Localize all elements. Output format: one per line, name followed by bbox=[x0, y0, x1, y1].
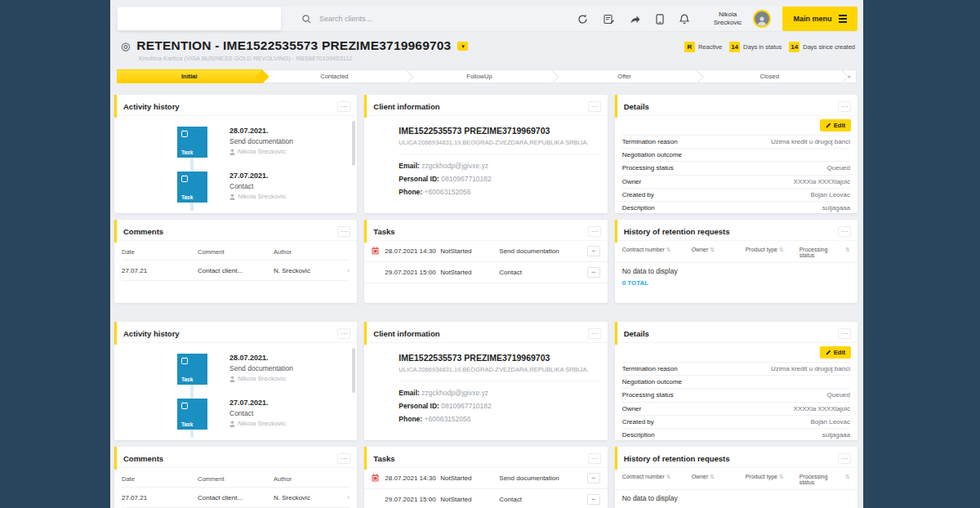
edit-button-label: Edit bbox=[834, 122, 845, 129]
bell-icon[interactable] bbox=[679, 14, 689, 25]
card-menu-button[interactable]: ⋯ bbox=[337, 328, 350, 339]
stepper-step-closed[interactable]: Closed bbox=[697, 69, 842, 83]
sort-icon: ⇅ bbox=[710, 247, 715, 258]
collapse-task-button[interactable]: − bbox=[587, 473, 600, 483]
details-row: Negotiation outcome bbox=[622, 375, 850, 388]
page-title: RETENTION - IME1522535573 PREZIME3719969… bbox=[136, 38, 451, 53]
activity-timeline: Task 28.07.2021. Send documentation Niko… bbox=[114, 343, 357, 438]
card-title: Tasks bbox=[373, 454, 394, 463]
share-icon[interactable] bbox=[630, 14, 640, 25]
comment-date: 27.07.21 bbox=[122, 267, 198, 274]
card-menu-button[interactable]: ⋯ bbox=[337, 226, 350, 237]
details-row: Created byBojan Leovac bbox=[622, 188, 850, 201]
search-input[interactable] bbox=[319, 15, 483, 23]
card-menu-button[interactable]: ⋯ bbox=[588, 226, 601, 237]
edit-button[interactable]: Edit bbox=[820, 346, 851, 359]
comment-row[interactable]: 27.07.21 Contact client... N. Sreckovic … bbox=[122, 488, 350, 508]
person-icon bbox=[229, 421, 235, 427]
details-value: suljagaaa bbox=[822, 204, 850, 212]
col-author: Author bbox=[274, 475, 350, 483]
col-product-type[interactable]: Product type⇅ bbox=[746, 474, 800, 485]
top-bar: Nikola Sreckovic Main menu bbox=[117, 7, 858, 31]
phone-label: Phone: bbox=[399, 188, 422, 196]
card-menu-button[interactable]: ⋯ bbox=[838, 101, 851, 112]
card-scrollbar[interactable] bbox=[352, 348, 355, 393]
comment-row[interactable]: 27.07.21 Contact client... N. Sreckovic … bbox=[122, 261, 350, 281]
task-name: Send documentation bbox=[499, 247, 586, 255]
task-tile-label: Task bbox=[181, 194, 207, 200]
client-address: ULICA 2066934831,19,BEOGRAD-ZVEZDARA,REP… bbox=[399, 366, 599, 381]
card-comments: Comments ⋯ Date Comment Author 27.07.21 … bbox=[114, 220, 357, 303]
stepper-step-initial[interactable]: Initial bbox=[117, 69, 262, 83]
history-header-row: Contract number⇅ Owner⇅ Product type⇅ Pr… bbox=[615, 241, 858, 263]
page-header: ◎ RETENTION - IME1522535573 PREZIME37199… bbox=[110, 31, 863, 64]
sort-icon: ⇅ bbox=[666, 474, 671, 485]
stepper-step-offer[interactable]: Offer bbox=[552, 69, 697, 83]
card-menu-button[interactable]: ⋯ bbox=[838, 453, 851, 464]
collapse-task-button[interactable]: − bbox=[587, 267, 600, 278]
refresh-icon[interactable] bbox=[577, 14, 588, 25]
dashboard-group: Activity history ⋯ Task 28.07.2021. Send bbox=[114, 95, 858, 310]
collapse-task-button[interactable]: − bbox=[587, 494, 600, 505]
card-menu-button[interactable]: ⋯ bbox=[838, 328, 851, 339]
collapse-task-button[interactable]: − bbox=[587, 246, 600, 256]
timeline-item[interactable]: Task 27.07.2021. Contact Nikola Sreckovi… bbox=[177, 399, 357, 430]
header-actions bbox=[577, 14, 689, 25]
edit-button[interactable]: Edit bbox=[820, 119, 851, 131]
details-row: Descriptionsuljagaaa bbox=[622, 201, 850, 214]
avatar[interactable] bbox=[753, 10, 771, 28]
activity-author: Nikola Sreckovic bbox=[238, 375, 286, 382]
card-scrollbar[interactable] bbox=[352, 121, 355, 166]
card-tasks: Tasks ⋯ 28.07.2021 14:30 NotStarted Send… bbox=[364, 447, 607, 508]
stepper-step-followup[interactable]: FollowUp bbox=[407, 69, 552, 83]
task-datetime: 29.07.2021 15:00 bbox=[385, 496, 440, 503]
card-title: Comments bbox=[123, 454, 163, 463]
details-value: suljagaaa bbox=[822, 431, 850, 439]
client-email-row: Email: zzgckhodp@jgivxe.yz bbox=[399, 389, 599, 397]
col-contract-number[interactable]: Contract number⇅ bbox=[622, 247, 692, 258]
card-menu-button[interactable]: ⋯ bbox=[588, 101, 601, 112]
activity-date: 27.07.2021. bbox=[229, 399, 286, 407]
card-menu-button[interactable]: ⋯ bbox=[588, 453, 601, 464]
client-email-row: Email: zzgckhodp@jgivxe.yz bbox=[399, 162, 599, 170]
card-activity-history: Activity history ⋯ Task 28.07.2021. Send bbox=[114, 322, 357, 440]
details-label: Description bbox=[622, 204, 655, 212]
stepper-step-contacted[interactable]: Contacted bbox=[262, 69, 408, 83]
task-row[interactable]: 28.07.2021 14:30 NotStarted Send documen… bbox=[364, 241, 607, 262]
task-tile: Task bbox=[177, 399, 207, 430]
timeline-item[interactable]: Task 28.07.2021. Send documentation Niko… bbox=[177, 127, 357, 158]
task-row[interactable]: 29.07.2021 15:00 NotStarted Contact − bbox=[364, 262, 607, 283]
col-contract-number[interactable]: Contract number⇅ bbox=[622, 474, 692, 485]
history-total-link[interactable]: 0 TOTAL bbox=[615, 278, 858, 288]
activity-author: Nikola Sreckovic bbox=[238, 193, 286, 200]
timeline-item[interactable]: Task 28.07.2021. Send documentation Niko… bbox=[177, 354, 357, 385]
person-icon bbox=[229, 376, 235, 382]
task-row[interactable]: 29.07.2021 15:00 NotStarted Contact − bbox=[364, 489, 607, 508]
client-name: IME1522535573 PREZIME3719969703 bbox=[399, 353, 599, 363]
task-tile-label: Task bbox=[181, 421, 207, 427]
details-value: XXXXla XXXXlajolć bbox=[794, 178, 850, 185]
col-owner[interactable]: Owner⇅ bbox=[692, 247, 746, 258]
card-menu-button[interactable]: ⋯ bbox=[337, 453, 350, 464]
main-menu-button[interactable]: Main menu bbox=[782, 7, 858, 31]
col-processing-status[interactable]: Processing status⇅ bbox=[800, 474, 850, 485]
col-owner[interactable]: Owner⇅ bbox=[692, 474, 746, 485]
edit-document-icon[interactable] bbox=[604, 14, 614, 25]
task-status: NotStarted bbox=[440, 247, 499, 255]
page-subtitle: Kreditna Kartica (VISA BUSINESS GOLD REV… bbox=[139, 55, 684, 62]
comment-date: 27.07.21 bbox=[122, 494, 198, 501]
mobile-device-icon[interactable] bbox=[656, 14, 664, 25]
card-menu-button[interactable]: ⋯ bbox=[838, 226, 851, 237]
task-row[interactable]: 28.07.2021 14:30 NotStarted Send documen… bbox=[364, 468, 607, 489]
dashboard-groups: Activity history ⋯ Task 28.07.2021. Send bbox=[110, 83, 863, 508]
title-caret-button[interactable]: ▾ bbox=[457, 42, 468, 51]
history-total-link[interactable]: 0 TOTAL bbox=[615, 505, 858, 508]
card-menu-button[interactable]: ⋯ bbox=[588, 328, 601, 339]
calendar-alert-icon bbox=[372, 247, 379, 255]
details-label: Termination reason bbox=[622, 365, 678, 372]
card-menu-button[interactable]: ⋯ bbox=[337, 101, 350, 112]
col-product-type[interactable]: Product type⇅ bbox=[746, 247, 800, 258]
col-processing-status[interactable]: Processing status⇅ bbox=[800, 247, 850, 258]
activity-action: Contact bbox=[229, 182, 286, 190]
timeline-item[interactable]: Task 27.07.2021. Contact Nikola Sreckovi… bbox=[177, 172, 357, 203]
